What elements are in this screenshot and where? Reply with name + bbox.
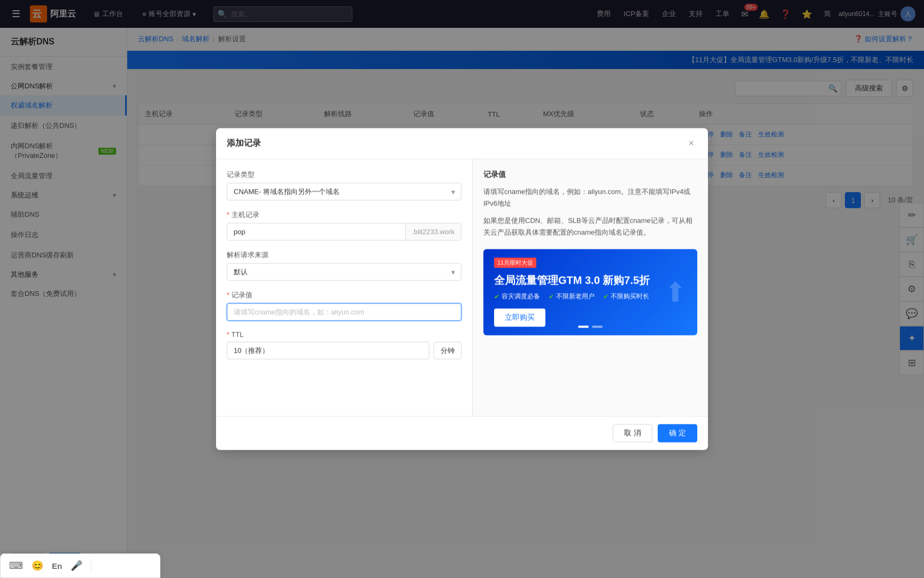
host-record-label: 主机记录	[227, 210, 461, 220]
ttl-wrap: 分钟	[227, 342, 461, 360]
right-panel-title: 记录值	[483, 170, 697, 180]
ad-buy-btn[interactable]: 立即购买	[494, 309, 545, 327]
ime-bar: ⌨ 😊 En 🎤	[0, 553, 160, 578]
desc-line-2: 如果您是使用CDN、邮箱、SLB等云产品时配置cname记录，可从相关云产品获取…	[483, 215, 697, 239]
language-en-icon[interactable]: En	[52, 561, 62, 571]
ad-feature-3: ✔ 不限购买时长	[603, 292, 649, 301]
right-panel-desc: 请填写cname指向的域名，例如：aliyun.com。注意不能填写IPv4或I…	[483, 186, 697, 239]
modal-confirm-btn[interactable]: 确 定	[658, 424, 697, 443]
record-value-group: 记录值	[227, 291, 461, 321]
modal-right-panel: 记录值 请填写cname指向的域名，例如：aliyun.com。注意不能填写IP…	[473, 159, 708, 416]
record-type-label: 记录类型	[227, 170, 461, 180]
ttl-unit-select-wrap: 分钟	[434, 342, 461, 360]
resolve-line-select[interactable]: 默认	[227, 263, 461, 281]
modal-close-btn[interactable]: ×	[685, 137, 697, 150]
ad-dots	[578, 326, 603, 328]
record-value-input[interactable]	[227, 303, 461, 321]
ad-feature-2: ✔ 不限新老用户	[549, 292, 595, 301]
modal-title: 添加记录	[227, 138, 261, 149]
ime-divider	[91, 559, 91, 572]
record-value-label: 记录值	[227, 291, 461, 300]
resolve-line-label: 解析请求来源	[227, 250, 461, 260]
ttl-group: TTL 分钟	[227, 331, 461, 360]
ttl-input[interactable]	[227, 342, 429, 360]
ttl-unit-select[interactable]: 分钟	[434, 342, 461, 360]
ad-features: ✔ 容灾调度必备 ✔ 不限新老用户 ✔ 不限购买时长	[494, 292, 687, 301]
voice-icon[interactable]: 🎤	[71, 560, 82, 572]
record-type-group: 记录类型 CNAME- 将域名指向另外一个域名	[227, 170, 461, 201]
modal-form: 记录类型 CNAME- 将域名指向另外一个域名 主机记录 .bili2233.w…	[216, 159, 473, 416]
modal-header: 添加记录 ×	[216, 128, 708, 159]
keyboard-icon[interactable]: ⌨	[9, 560, 23, 572]
resolve-line-select-wrap: 默认	[227, 263, 461, 281]
emoji-icon[interactable]: 😊	[32, 560, 43, 572]
modal-cancel-btn[interactable]: 取 消	[613, 424, 652, 443]
host-record-group: 主机记录 .bili2233.work	[227, 210, 461, 241]
record-type-select-wrap: CNAME- 将域名指向另外一个域名	[227, 183, 461, 201]
ad-graphic: ⬆	[664, 277, 687, 308]
ttl-label: TTL	[227, 331, 461, 339]
add-record-modal: 添加记录 × 记录类型 CNAME- 将域名指向另外一个域名 主机记录 .bil…	[216, 128, 708, 450]
ad-dot-1[interactable]	[578, 326, 589, 328]
modal-footer: 取 消 确 定	[216, 416, 708, 450]
desc-line-1: 请填写cname指向的域名，例如：aliyun.com。注意不能填写IPv4或I…	[483, 186, 697, 210]
ad-banner: 11月限时大促 全局流量管理GTM 3.0 新购7.5折 ✔ 容灾调度必备 ✔ …	[483, 249, 697, 336]
resolve-line-group: 解析请求来源 默认	[227, 250, 461, 281]
ad-feature-1: ✔ 容灾调度必备	[494, 292, 540, 301]
ad-tag: 11月限时大促	[494, 258, 536, 268]
host-suffix: .bili2233.work	[405, 224, 461, 240]
record-type-select[interactable]: CNAME- 将域名指向另外一个域名	[227, 183, 461, 201]
host-record-input[interactable]	[227, 224, 405, 240]
modal-body: 记录类型 CNAME- 将域名指向另外一个域名 主机记录 .bili2233.w…	[216, 159, 708, 416]
ad-dot-2[interactable]	[592, 326, 603, 328]
host-input-wrap: .bili2233.work	[227, 223, 461, 241]
ad-title: 全局流量管理GTM 3.0 新购7.5折	[494, 273, 687, 288]
